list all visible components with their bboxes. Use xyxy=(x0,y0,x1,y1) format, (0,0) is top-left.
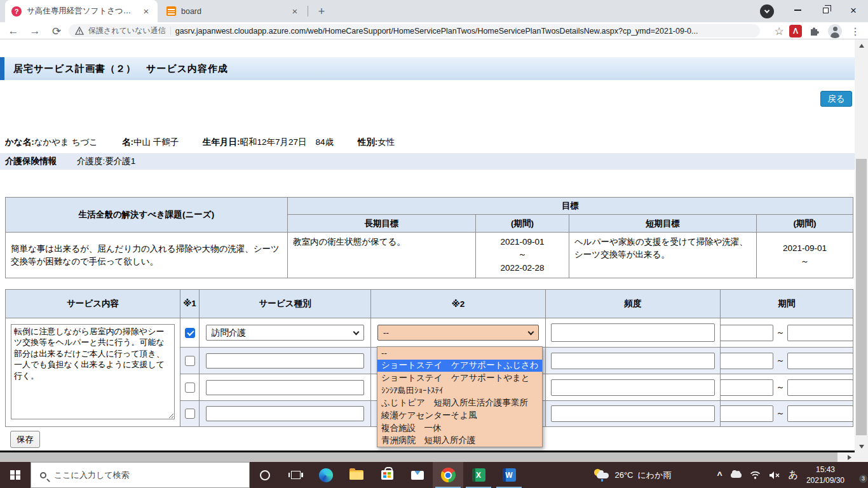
row3-checkbox[interactable] xyxy=(185,383,195,393)
horizontal-scrollbar[interactable] xyxy=(0,452,855,462)
mail-button[interactable] xyxy=(402,462,433,488)
notification-badge: 3 xyxy=(859,475,867,483)
row2-checkbox[interactable] xyxy=(185,356,195,366)
weather-widget[interactable]: 26°C にわか雨 xyxy=(593,469,671,482)
dropdown-option[interactable]: ｼﾝｼｱ島田ｼｮｰﾄｽﾃｲ xyxy=(377,384,542,397)
bookmark-star-button[interactable]: ☆ xyxy=(771,24,787,39)
ime-indicator[interactable]: あ xyxy=(789,469,798,481)
period-from-input-row3[interactable] xyxy=(721,379,774,396)
onedrive-tray-button[interactable] xyxy=(731,473,742,478)
browser-profile-chip[interactable] xyxy=(760,4,774,18)
task-view-button[interactable] xyxy=(280,462,311,488)
close-icon: × xyxy=(850,5,857,16)
clock-time: 15:43 xyxy=(806,464,844,475)
col-header-short-goal: 短期目標 xyxy=(569,215,757,233)
chevron-down-icon xyxy=(528,329,534,335)
col-header-service-type: サービス種別 xyxy=(200,290,371,318)
word-icon: W xyxy=(503,468,516,482)
restore-button[interactable] xyxy=(815,0,836,20)
reload-button[interactable]: ⟳ xyxy=(48,23,65,39)
profile-avatar[interactable] xyxy=(828,24,842,38)
show-hidden-icons-button[interactable]: ^ xyxy=(717,470,722,480)
service-type-select-row1[interactable]: 訪問介護 xyxy=(206,325,364,341)
adobe-pdf-extension-icon[interactable]: Λ xyxy=(789,25,802,37)
forward-nav-button[interactable]: → xyxy=(27,23,43,39)
close-window-button[interactable]: × xyxy=(843,0,864,20)
period-from-input-row1[interactable] xyxy=(721,325,774,341)
chevron-down-icon xyxy=(764,8,770,13)
minimize-button[interactable] xyxy=(787,0,808,20)
period-from-input-row4[interactable] xyxy=(721,405,774,422)
vertical-scrollbar-thumb[interactable] xyxy=(856,159,867,435)
period-to-input-row4[interactable] xyxy=(787,405,853,422)
row1-checkbox[interactable] xyxy=(185,328,195,338)
tab-satsukichan[interactable]: ? サ高住専用経営ソフトさつきちゃん × xyxy=(5,0,158,22)
security-warning-label: 保護されていない通信 xyxy=(88,25,166,36)
dropdown-option-selected[interactable]: ショートステイ ケアサポートふじさわ xyxy=(377,360,542,372)
type2-dropdown-popup: -- ショートステイ ケアサポートふじさわ ショートステイ ケアサポートやまと … xyxy=(377,346,543,447)
page-title: 居宅サービス計画書（２） サービス内容作成 xyxy=(13,63,228,75)
period-to-input-row1[interactable] xyxy=(787,325,853,341)
frequency-input-row2[interactable] xyxy=(551,353,715,369)
service-type-select-row3[interactable] xyxy=(206,380,364,395)
type2-select-row1[interactable]: -- xyxy=(377,325,539,341)
store-icon xyxy=(381,470,393,480)
word-taskbar-button[interactable]: W xyxy=(494,462,524,488)
service-type-select-row2[interactable] xyxy=(206,353,364,369)
excel-taskbar-button[interactable]: X xyxy=(463,462,494,488)
vertical-scrollbar[interactable] xyxy=(855,39,868,452)
gender-value: 女性 xyxy=(377,137,395,147)
tab-close-icon[interactable]: × xyxy=(141,6,151,17)
tab-board[interactable]: board × xyxy=(160,0,306,22)
network-tray-button[interactable] xyxy=(750,471,761,479)
dropdown-option[interactable]: ショートステイ ケアサポートやまと xyxy=(377,372,542,384)
address-bar[interactable]: 保護されていない通信 gasrv.japanwest.cloudapp.azur… xyxy=(69,24,760,37)
service-content-textarea[interactable]: 転倒に注意しながら居室内の掃除やシーツ交換等をヘルパーと共に行う。可能な部分は出… xyxy=(11,324,175,419)
browser-menu-button[interactable]: ⋮ xyxy=(849,24,862,39)
type2-value: -- xyxy=(383,328,389,337)
extensions-puzzle-icon[interactable] xyxy=(808,25,822,38)
dropdown-option[interactable]: ふじトピア 短期入所生活介護事業所 xyxy=(377,397,542,410)
warning-icon xyxy=(75,27,84,35)
new-tab-button[interactable]: + xyxy=(314,4,329,19)
folder-icon xyxy=(349,470,363,480)
period-from-input-row2[interactable] xyxy=(721,353,774,369)
back-button[interactable]: 戻る xyxy=(820,91,852,107)
check-cell-row4 xyxy=(180,401,200,427)
frequency-input-row3[interactable] xyxy=(551,379,715,396)
file-explorer-button[interactable] xyxy=(341,462,372,488)
clock-date: 2021/09/30 xyxy=(806,475,844,485)
dropdown-option[interactable]: 複合施設 一休 xyxy=(377,422,542,435)
scroll-up-button[interactable] xyxy=(855,41,868,50)
insurance-label: 介護保険情報 xyxy=(5,156,57,167)
action-center-button[interactable]: 3 xyxy=(853,470,864,480)
taskbar-search-box[interactable]: ここに入力して検索 xyxy=(31,462,250,488)
frequency-input-row4[interactable] xyxy=(551,405,715,422)
dropdown-option[interactable]: -- xyxy=(377,347,542,360)
search-icon xyxy=(40,472,46,478)
chrome-taskbar-button[interactable] xyxy=(433,462,463,488)
tab-close-icon[interactable]: × xyxy=(290,6,300,17)
task-view-icon xyxy=(291,471,301,479)
scroll-right-button[interactable] xyxy=(844,452,855,462)
dropdown-option[interactable]: 綾瀬ケアセンターそよ風 xyxy=(377,409,542,422)
row4-checkbox[interactable] xyxy=(185,409,195,419)
frequency-input-row1[interactable] xyxy=(551,323,715,342)
edge-button[interactable] xyxy=(311,462,341,488)
chrome-icon xyxy=(441,468,456,482)
dropdown-option[interactable]: 青洲病院 短期入所介護 xyxy=(377,434,542,447)
volume-tray-button[interactable] xyxy=(769,471,780,480)
kana-value: なかやま ちづこ xyxy=(34,137,98,147)
period-to-input-row2[interactable] xyxy=(787,353,853,369)
microsoft-store-button[interactable] xyxy=(372,462,402,488)
service-type-select-row4[interactable] xyxy=(206,406,364,421)
period-to-input-row3[interactable] xyxy=(787,379,853,396)
cortana-button[interactable] xyxy=(250,462,280,488)
taskbar-clock[interactable]: 15:43 2021/09/30 xyxy=(806,464,844,485)
save-button[interactable]: 保存 xyxy=(10,431,40,448)
start-button[interactable] xyxy=(0,462,31,488)
back-nav-button[interactable]: ← xyxy=(5,23,22,39)
horizontal-scrollbar-thumb[interactable] xyxy=(0,452,837,462)
tilde: ～ xyxy=(776,355,785,367)
scroll-down-button[interactable] xyxy=(855,442,868,451)
